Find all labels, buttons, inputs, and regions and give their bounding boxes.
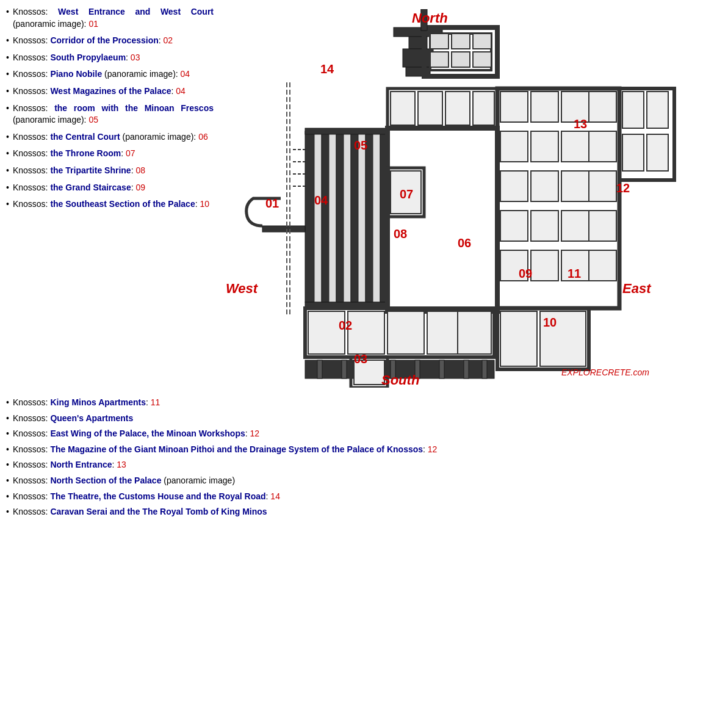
- svg-rect-16: [336, 131, 344, 302]
- south-text: South: [381, 372, 419, 388]
- svg-rect-23: [305, 128, 387, 134]
- list-item-item-04b: • Knossos: West Magazines of the Palace:…: [6, 85, 214, 98]
- bullet: •: [6, 52, 9, 64]
- item-text: Knossos: the Tripartite Shrine: 08: [13, 165, 145, 177]
- list-item-item-09: • Knossos: the Grand Staircase: 09: [6, 182, 214, 194]
- item-text: Knossos: Queen's Apartments: [13, 413, 133, 425]
- svg-rect-53: [589, 250, 616, 281]
- svg-rect-13: [314, 131, 322, 302]
- svg-rect-58: [647, 134, 668, 171]
- bullet: •: [6, 148, 9, 160]
- bullet: •: [6, 68, 9, 81]
- item-text: Knossos: Piano Nobile (panoramic image):…: [13, 68, 190, 81]
- item-text: Knossos: King Minos Apartments: 11: [13, 397, 160, 409]
- svg-rect-60: [308, 311, 345, 354]
- svg-rect-41: [589, 131, 616, 162]
- list-item-item-07: • Knossos: the Throne Room: 07: [6, 148, 214, 160]
- svg-rect-37: [589, 92, 616, 122]
- svg-rect-39: [531, 131, 558, 162]
- list-item-item-01: • Knossos: West Entrance and West Court …: [6, 6, 214, 30]
- left-panel: • Knossos: West Entrance and West Court …: [6, 6, 214, 388]
- item-text: Knossos: East Wing of the Palace, the Mi…: [13, 428, 259, 440]
- svg-rect-40: [561, 131, 589, 162]
- list-item-item-08: • Knossos: the Tripartite Shrine: 08: [6, 165, 214, 177]
- svg-rect-64: [458, 311, 491, 354]
- bullet: •: [6, 103, 9, 115]
- svg-rect-17: [344, 131, 351, 302]
- svg-rect-47: [531, 211, 558, 241]
- map-num-14: 14: [320, 62, 334, 76]
- item-text: Knossos: the Grand Staircase: 09: [13, 182, 145, 194]
- bullet: •: [6, 131, 9, 143]
- bullet: •: [6, 165, 9, 177]
- svg-rect-71: [439, 360, 444, 378]
- list-item-item-caravan: • Knossos: Caravan Serai and the The Roy…: [6, 506, 722, 518]
- list-item-item-05: • Knossos: the room with the Minoan Fres…: [6, 103, 214, 126]
- list-item-item-queens: • Knossos: Queen's Apartments: [6, 413, 722, 425]
- map-num-05: 05: [354, 139, 367, 152]
- list-item-item-12a: • Knossos: East Wing of the Palace, the …: [6, 428, 722, 440]
- svg-rect-73: [482, 360, 487, 378]
- bullet: •: [6, 182, 9, 194]
- west-text: West: [226, 281, 259, 296]
- svg-rect-35: [531, 92, 558, 122]
- svg-rect-34: [500, 92, 528, 122]
- svg-rect-56: [647, 92, 668, 128]
- map-num-01: 01: [265, 197, 279, 210]
- item-text: Knossos: North Section of the Palace (pa…: [13, 475, 235, 487]
- bottom-list: • Knossos: King Minos Apartments: 11 • K…: [0, 394, 728, 525]
- item-text: Knossos: The Magazine of the Giant Minoa…: [13, 444, 438, 456]
- map-num-04: 04: [314, 194, 328, 207]
- right-panel: 01 02 03 04 05 06 07 08 09 10 11 12 13 1…: [220, 6, 722, 388]
- map-num-02: 02: [339, 319, 352, 332]
- svg-rect-29: [391, 92, 415, 125]
- item-text: Knossos: South Propylaeum: 03: [13, 52, 140, 64]
- map-num-10: 10: [543, 316, 557, 329]
- svg-rect-9: [430, 52, 449, 67]
- svg-rect-46: [500, 211, 528, 241]
- svg-rect-61: [348, 311, 384, 354]
- item-text: Knossos: the Central Court (panoramic im…: [13, 131, 208, 143]
- bullet: •: [6, 397, 9, 409]
- item-text: Knossos: West Magazines of the Palace: 0…: [13, 85, 186, 98]
- bullet: •: [6, 198, 9, 211]
- bullet: •: [6, 506, 9, 518]
- bullet: •: [6, 35, 9, 47]
- svg-rect-6: [430, 34, 449, 49]
- bullet: •: [6, 444, 9, 456]
- list-item-item-14: • Knossos: The Theatre, the Customs Hous…: [6, 491, 722, 503]
- svg-rect-11: [473, 52, 491, 67]
- bullet: •: [6, 491, 9, 503]
- item-text: Knossos: North Entrance: 13: [13, 459, 126, 471]
- item-text: Knossos: the Throne Room: 07: [13, 148, 135, 160]
- map-num-07: 07: [400, 187, 413, 201]
- map-num-08: 08: [394, 227, 407, 241]
- list-item-item-north-section: • Knossos: North Section of the Palace (…: [6, 475, 722, 487]
- bullet: •: [6, 428, 9, 440]
- svg-rect-77: [262, 226, 305, 232]
- list-item-item-13: • Knossos: North Entrance: 13: [6, 459, 722, 471]
- bullet: •: [6, 6, 9, 18]
- svg-rect-57: [622, 134, 644, 171]
- map-num-12: 12: [616, 181, 630, 195]
- east-text: East: [622, 281, 652, 296]
- list-item-item-03: • Knossos: South Propylaeum: 03: [6, 52, 214, 64]
- map-num-03: 03: [354, 352, 367, 366]
- bullet: •: [6, 459, 9, 471]
- svg-rect-31: [445, 92, 470, 125]
- map-num-11: 11: [568, 267, 581, 280]
- svg-rect-7: [452, 34, 470, 49]
- item-text: Knossos: West Entrance and West Court (p…: [13, 6, 214, 30]
- explorecrete-text: EXPLORECRETE.com: [561, 367, 649, 377]
- list-item-item-10: • Knossos: the Southeast Section of the …: [6, 198, 214, 211]
- svg-rect-51: [531, 250, 558, 281]
- svg-rect-42: [500, 171, 528, 201]
- map-num-09: 09: [519, 267, 532, 280]
- svg-rect-38: [500, 131, 528, 162]
- svg-rect-10: [452, 52, 470, 67]
- item-text: Knossos: the Southeast Section of the Pa…: [13, 198, 209, 211]
- bullet: •: [6, 413, 9, 425]
- svg-rect-18: [351, 131, 358, 302]
- map-num-06: 06: [458, 236, 471, 250]
- svg-rect-12: [305, 131, 314, 302]
